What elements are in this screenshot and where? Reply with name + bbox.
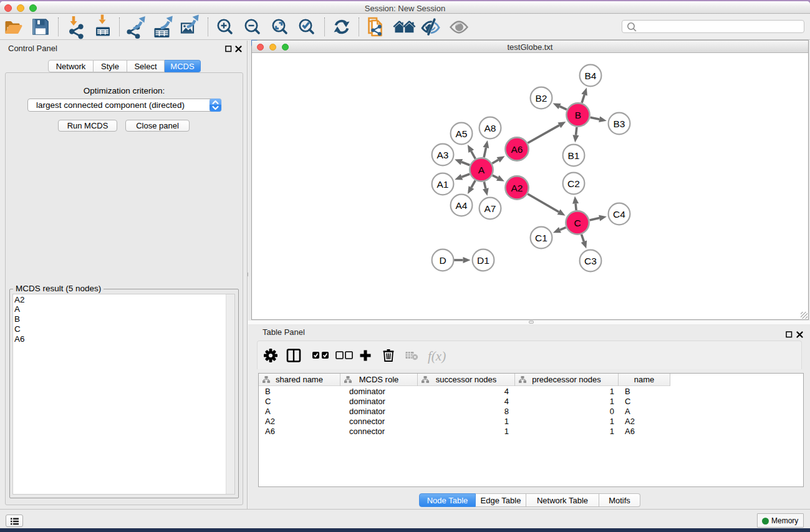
svg-text:C1: C1 [535,233,547,243]
svg-text:A5: A5 [456,128,468,139]
svg-text:D1: D1 [477,255,489,266]
svg-text:B3: B3 [614,118,625,129]
svg-text:A1: A1 [437,179,449,190]
svg-text:A6: A6 [511,144,523,155]
svg-text:A8: A8 [485,123,496,133]
svg-text:f(x): f(x) [428,349,446,364]
svg-text:C: C [574,218,581,228]
svg-text:A: A [478,165,485,175]
svg-text:A3: A3 [437,150,449,160]
svg-text:B1: B1 [568,150,580,161]
svg-text:B: B [575,110,581,120]
svg-text:C3: C3 [584,256,597,266]
svg-text:C2: C2 [567,178,580,189]
svg-text:D: D [439,255,446,266]
svg-text:A4: A4 [456,200,468,211]
svg-text:A7: A7 [485,203,496,214]
svg-text:B2: B2 [536,93,547,104]
svg-text:A2: A2 [511,183,523,193]
svg-text:C4: C4 [613,209,625,220]
svg-text:B4: B4 [585,70,597,81]
